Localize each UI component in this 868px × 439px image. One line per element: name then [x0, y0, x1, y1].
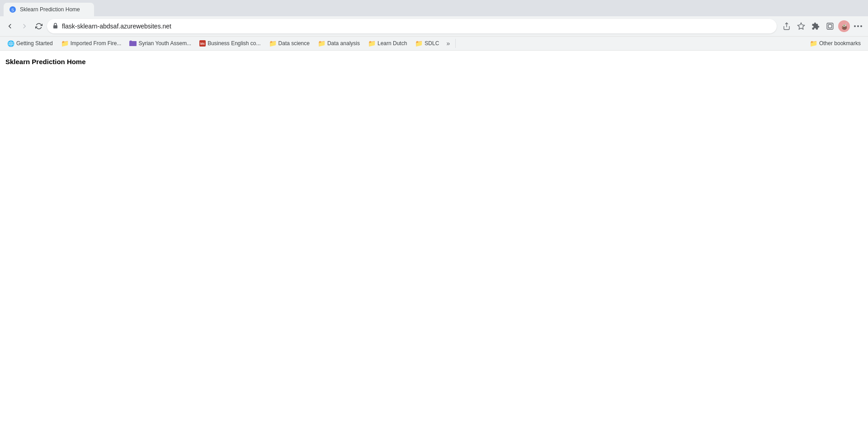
folder-icon: 📁 — [318, 40, 326, 47]
bookmark-business-english[interactable]: blc Business English co... — [196, 39, 264, 48]
folder-icon: 📁 — [61, 40, 69, 47]
other-bookmarks-label: Other bookmarks — [819, 40, 861, 47]
browser-frame: S Sklearn Prediction Home — [0, 0, 868, 51]
bookmark-imported-from-fire[interactable]: 📁 Imported From Fire... — [57, 38, 125, 48]
blc-favicon: blc — [199, 40, 206, 47]
svg-point-7 — [854, 25, 856, 27]
tab-favicon: S — [9, 6, 16, 13]
svg-rect-2 — [53, 25, 57, 28]
back-button[interactable] — [4, 20, 16, 33]
svg-point-9 — [860, 25, 862, 27]
bookmark-label: Getting Started — [16, 40, 53, 47]
forward-button[interactable] — [18, 20, 31, 33]
folder-icon: 📁 — [415, 40, 423, 47]
bookmark-label: Learn Dutch — [377, 40, 407, 47]
tab-bar: S Sklearn Prediction Home — [0, 0, 868, 16]
svg-marker-4 — [798, 23, 805, 29]
bookmark-label: Imported From Fire... — [71, 40, 122, 47]
bookmark-star-button[interactable] — [795, 20, 807, 33]
svg-rect-6 — [828, 24, 832, 28]
reload-button[interactable] — [33, 20, 45, 33]
bookmark-data-analysis[interactable]: 📁 Data analysis — [314, 38, 363, 48]
svg-text:S: S — [11, 8, 14, 12]
bookmark-getting-started[interactable]: 🌐 Getting Started — [4, 39, 57, 48]
bookmark-divider — [455, 39, 456, 48]
profile-menu-button[interactable] — [824, 20, 836, 33]
folder-icon: 📁 — [368, 40, 376, 47]
active-tab[interactable]: S Sklearn Prediction Home — [4, 3, 94, 16]
bookmark-learn-dutch[interactable]: 📁 Learn Dutch — [364, 38, 410, 48]
svg-rect-10 — [129, 41, 137, 46]
bookmark-label: Syrian Youth Assem... — [138, 40, 191, 47]
address-bar-row: flask-sklearn-abdsaf.azurewebsites.net — [0, 16, 868, 36]
bookmark-label: Data science — [278, 40, 310, 47]
folder-purple-icon — [129, 40, 137, 47]
folder-icon: 📁 — [269, 40, 277, 47]
bookmark-sdlc[interactable]: 📁 SDLC — [411, 38, 443, 48]
bookmark-syrian-youth[interactable]: Syrian Youth Assem... — [126, 38, 195, 49]
chrome-menu-button[interactable] — [852, 20, 864, 33]
folder-icon: 📁 — [810, 40, 817, 47]
bookmark-label: SDLC — [425, 40, 439, 47]
more-bookmarks-button[interactable]: » — [443, 38, 453, 48]
other-bookmarks[interactable]: 📁 Other bookmarks — [806, 38, 864, 48]
address-bar[interactable]: flask-sklearn-abdsaf.azurewebsites.net — [47, 19, 777, 33]
bookmark-label: Data analysis — [327, 40, 360, 47]
url-text: flask-sklearn-abdsaf.azurewebsites.net — [62, 23, 771, 30]
svg-rect-5 — [827, 23, 833, 29]
page-content: Sklearn Prediction Home — [0, 51, 868, 439]
page-heading: Sklearn Prediction Home — [5, 58, 863, 65]
bookmark-data-science[interactable]: 📁 Data science — [265, 38, 313, 48]
bookmarks-bar: 🌐 Getting Started 📁 Imported From Fire..… — [0, 36, 868, 51]
lock-icon — [52, 23, 58, 30]
tab-title: Sklearn Prediction Home — [20, 6, 89, 13]
toolbar-icons: 🧉 — [780, 20, 864, 33]
bookmark-label: Business English co... — [208, 40, 260, 47]
svg-point-8 — [857, 25, 859, 27]
share-button[interactable] — [780, 20, 793, 33]
profile-avatar[interactable]: 🧉 — [838, 20, 850, 32]
globe-icon: 🌐 — [7, 40, 14, 47]
extensions-button[interactable] — [809, 20, 822, 33]
